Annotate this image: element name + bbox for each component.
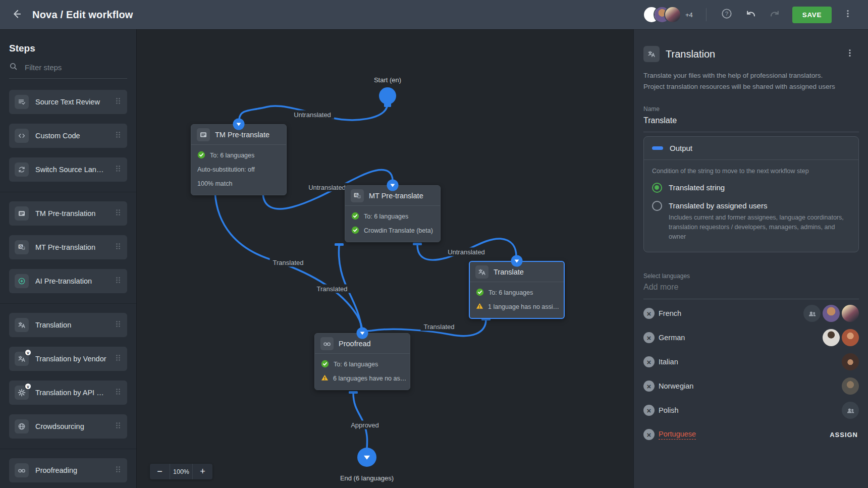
collaborator-avatars[interactable] — [644, 7, 680, 22]
remove-language-icon[interactable]: × — [643, 308, 655, 319]
node-status-row: To: 6 languages — [321, 359, 404, 369]
step-card-tm-pre-translation[interactable]: TM Pre-translation — [9, 201, 127, 226]
code-icon — [15, 129, 29, 143]
language-row-polish: ×Polish — [643, 398, 859, 422]
globe-icon — [15, 419, 29, 433]
assign-button[interactable]: ASSIGN — [829, 428, 859, 442]
zoom-level: 100% — [170, 464, 193, 479]
panel-description: Translate your files with the help of pr… — [643, 70, 859, 92]
drag-handle-icon[interactable] — [114, 354, 122, 364]
step-card-mt-pre-translation[interactable]: GMT Pre-translation — [9, 235, 127, 259]
step-label: MT Pre-translation — [35, 243, 107, 251]
assignees-group-icon[interactable] — [803, 305, 821, 322]
workflow-node-proofread[interactable]: ProofreadTo: 6 languages6 languages have… — [314, 333, 410, 390]
check-circle-icon — [476, 288, 484, 298]
drag-handle-icon[interactable] — [114, 208, 122, 219]
radio-selected-icon[interactable] — [652, 183, 662, 193]
step-card-translation-by-vendor[interactable]: vTranslation by Vendor — [9, 347, 127, 371]
step-card-switch-source-langua[interactable]: Switch Source Langua… — [9, 157, 127, 182]
step-label: Crowdsourcing — [35, 422, 107, 430]
zoom-out-button[interactable]: − — [150, 464, 170, 479]
help-button[interactable]: ? — [718, 6, 736, 24]
node-status-text: To: 6 languages — [334, 361, 378, 368]
panel-menu-button[interactable] — [841, 45, 859, 63]
kebab-icon — [845, 48, 854, 60]
workflow-node-translate[interactable]: TranslateTo: 6 languages1 language has n… — [469, 261, 565, 319]
language-name: Italian — [659, 358, 678, 366]
step-label: TM Pre-translation — [35, 209, 107, 218]
ai-icon — [15, 274, 29, 288]
drag-handle-icon[interactable] — [114, 421, 122, 431]
step-card-crowdsourcing[interactable]: Crowdsourcing — [9, 414, 127, 439]
step-label: AI Pre-translation — [35, 277, 107, 285]
drag-handle-icon[interactable] — [114, 131, 122, 141]
edge-label: Translated — [314, 285, 351, 293]
workflow-node-tm-pre-translate[interactable]: TM Pre-translateTo: 6 languagesAuto-subs… — [191, 124, 287, 195]
glasses-icon — [15, 463, 29, 477]
workflow-editor: TM Pre-translateTo: 6 languagesAuto-subs… — [0, 0, 868, 488]
drag-handle-icon[interactable] — [114, 465, 122, 475]
remove-language-icon[interactable]: × — [643, 405, 655, 416]
zoom-in-button[interactable]: + — [193, 464, 212, 479]
tm-icon — [15, 206, 29, 221]
assignee-avatar[interactable] — [823, 329, 840, 346]
assignee-avatar[interactable] — [842, 329, 859, 346]
radio-option-translated-string[interactable]: Translated string — [652, 182, 850, 193]
remove-language-icon[interactable]: × — [643, 429, 655, 440]
step-card-custom-code[interactable]: Custom Code — [9, 124, 127, 148]
group-divider — [0, 192, 136, 192]
node-status-row: 1 language has no assi… — [476, 302, 558, 312]
edge-label: Untranslated — [305, 183, 349, 192]
step-card-source-text-review[interactable]: Source Text Review — [9, 90, 127, 114]
drag-handle-icon[interactable] — [114, 320, 122, 330]
svg-text:G: G — [355, 193, 358, 197]
node-title: TM Pre-translate — [215, 131, 269, 139]
step-card-proofreading[interactable]: Proofreading — [9, 458, 127, 482]
list-check-icon — [15, 95, 29, 109]
step-card-ai-pre-translation[interactable]: AI Pre-translation — [9, 269, 127, 293]
add-language-input[interactable] — [643, 280, 859, 299]
workflow-node-mt-pre-translate[interactable]: GMT Pre-translateTo: 6 languagesCrowdin … — [345, 185, 441, 242]
filter-steps-input[interactable] — [24, 63, 110, 72]
drag-handle-icon[interactable] — [114, 388, 122, 398]
check-circle-icon — [321, 360, 329, 369]
node-status-text: To: 6 languages — [489, 289, 533, 296]
radio-description: Includes current and former assignees, l… — [669, 213, 850, 242]
step-card-translation[interactable]: Translation — [9, 313, 127, 337]
sync-icon — [15, 162, 29, 177]
language-name: French — [659, 309, 681, 317]
step-label: Custom Code — [35, 132, 107, 140]
radio-unselected-icon[interactable] — [652, 201, 662, 211]
node-status-text: Crowdin Translate (beta) — [364, 227, 433, 234]
assignee-avatar[interactable] — [842, 305, 859, 322]
assignee-avatar[interactable] — [842, 353, 859, 370]
save-button[interactable]: SAVE — [792, 7, 832, 23]
name-input[interactable] — [643, 113, 859, 132]
redo-icon — [770, 9, 780, 21]
filter-steps-field[interactable] — [9, 62, 127, 79]
language-row-french: ×French — [643, 301, 859, 326]
assignee-avatar[interactable] — [823, 305, 840, 322]
steps-list: Source Text ReviewCustom CodeSwitch Sour… — [9, 90, 127, 482]
undo-button[interactable] — [742, 6, 760, 24]
remove-language-icon[interactable]: × — [643, 381, 655, 392]
language-row-portuguese: ×PortugueseASSIGN — [643, 422, 859, 447]
back-button[interactable] — [0, 9, 32, 21]
drag-handle-icon[interactable] — [114, 242, 122, 252]
radio-option-translated-by-assigned-users[interactable]: Translated by assigned usersIncludes cur… — [652, 200, 850, 242]
drag-handle-icon[interactable] — [114, 276, 122, 286]
assignee-avatar[interactable] — [842, 377, 859, 395]
remove-language-icon[interactable]: × — [643, 332, 655, 343]
avatar[interactable] — [665, 7, 680, 22]
edge-label: Approved — [348, 421, 382, 429]
drag-handle-icon[interactable] — [114, 165, 122, 175]
step-label: Translation by Vendor — [35, 355, 107, 363]
translate-icon — [643, 46, 660, 62]
edge-label: Untranslated — [445, 248, 488, 256]
drag-handle-icon[interactable] — [114, 97, 122, 107]
assignees-group-icon[interactable] — [842, 402, 859, 419]
step-card-translation-by-api-ven[interactable]: vTranslation by API Ven… — [9, 381, 127, 405]
header-menu-button[interactable] — [839, 6, 857, 24]
remove-language-icon[interactable]: × — [643, 356, 655, 367]
redo-button[interactable] — [766, 6, 784, 24]
